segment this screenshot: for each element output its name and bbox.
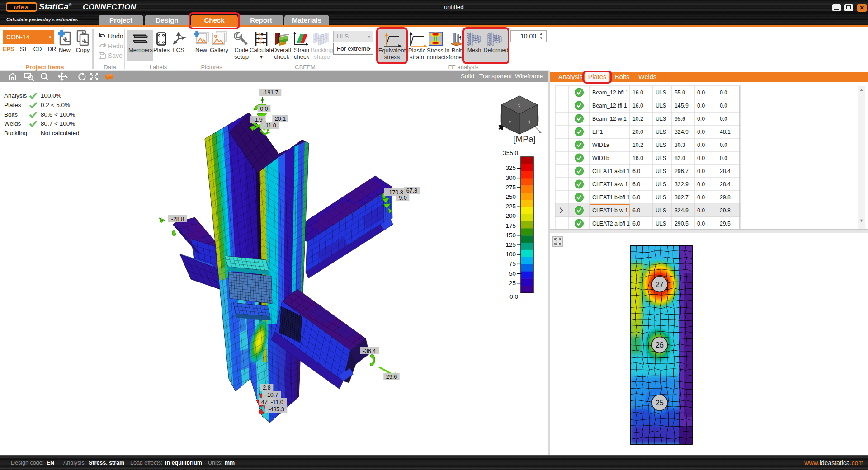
svg-text:0.0: 0.0 bbox=[697, 207, 705, 214]
svg-text:ULS: ULS bbox=[656, 129, 666, 135]
svg-text:175: 175 bbox=[505, 222, 516, 229]
svg-text:CLEAT2 a-bfl 1: CLEAT2 a-bfl 1 bbox=[592, 221, 630, 227]
svg-text:29.6: 29.6 bbox=[386, 374, 397, 380]
svg-text:0.0: 0.0 bbox=[720, 89, 727, 96]
svg-text:0.0: 0.0 bbox=[697, 221, 705, 227]
svg-text:28.4: 28.4 bbox=[720, 181, 731, 188]
svg-text:324.9: 324.9 bbox=[675, 207, 689, 214]
svg-text:16.0: 16.0 bbox=[632, 103, 643, 109]
svg-text:CLEAT1 b-bfl 1: CLEAT1 b-bfl 1 bbox=[592, 194, 630, 201]
svg-text:355.0: 355.0 bbox=[503, 150, 518, 156]
svg-text:ULS: ULS bbox=[656, 207, 666, 214]
svg-text:26: 26 bbox=[656, 341, 664, 349]
svg-text:0.0: 0.0 bbox=[697, 155, 705, 161]
svg-text:WID1b: WID1b bbox=[592, 155, 609, 161]
svg-text:300: 300 bbox=[505, 174, 516, 181]
svg-text:0.0: 0.0 bbox=[697, 129, 705, 135]
svg-text:-11.0: -11.0 bbox=[264, 122, 276, 129]
svg-text:95.6: 95.6 bbox=[675, 116, 685, 122]
svg-text:Beam_12-tfl 1: Beam_12-tfl 1 bbox=[592, 103, 627, 109]
svg-text:275: 275 bbox=[505, 184, 516, 191]
svg-text:296.7: 296.7 bbox=[675, 168, 689, 174]
svg-text:250: 250 bbox=[505, 193, 516, 200]
svg-text:0.0: 0.0 bbox=[697, 142, 705, 148]
svg-text:29.5: 29.5 bbox=[720, 221, 731, 227]
svg-text:0.0: 0.0 bbox=[697, 89, 705, 96]
svg-text:0.0: 0.0 bbox=[697, 181, 705, 188]
svg-text:325: 325 bbox=[505, 164, 516, 171]
svg-text:322.9: 322.9 bbox=[675, 181, 689, 188]
svg-text:150: 150 bbox=[505, 232, 516, 239]
svg-text:0.0: 0.0 bbox=[720, 155, 727, 161]
svg-text:100: 100 bbox=[505, 251, 516, 258]
svg-text:ULS: ULS bbox=[656, 103, 666, 109]
svg-text:29.8: 29.8 bbox=[720, 194, 731, 201]
svg-text:302.7: 302.7 bbox=[675, 194, 689, 201]
svg-text:25: 25 bbox=[656, 399, 664, 407]
svg-text:82.0: 82.0 bbox=[675, 155, 685, 161]
svg-text:145.9: 145.9 bbox=[675, 103, 689, 109]
svg-text:67.8: 67.8 bbox=[406, 188, 417, 194]
svg-text:-28.8: -28.8 bbox=[171, 216, 184, 222]
svg-text:-11.0: -11.0 bbox=[271, 399, 283, 405]
svg-text:20.0: 20.0 bbox=[632, 129, 643, 135]
svg-text:-36.4: -36.4 bbox=[363, 348, 376, 354]
svg-text:6.0: 6.0 bbox=[632, 194, 640, 201]
svg-text:0.0: 0.0 bbox=[720, 142, 727, 148]
svg-text:CLEAT1 a-w 1: CLEAT1 a-w 1 bbox=[592, 181, 628, 188]
svg-text:29.8: 29.8 bbox=[720, 207, 731, 214]
svg-text:48.1: 48.1 bbox=[720, 129, 731, 135]
svg-text:0.0: 0.0 bbox=[697, 103, 705, 109]
svg-text:225: 225 bbox=[505, 203, 516, 210]
svg-text:ULS: ULS bbox=[656, 181, 666, 188]
svg-text:Beam_12-bfl 1: Beam_12-bfl 1 bbox=[592, 89, 628, 96]
svg-text:-191.7: -191.7 bbox=[262, 89, 278, 96]
svg-text:CLEAT1 b-w 1: CLEAT1 b-w 1 bbox=[592, 207, 628, 214]
svg-text:CLEAT1 a-bfl 1: CLEAT1 a-bfl 1 bbox=[592, 168, 630, 174]
svg-text:ULS: ULS bbox=[656, 155, 666, 161]
svg-text:-10.7: -10.7 bbox=[265, 392, 278, 398]
svg-text:2.8: 2.8 bbox=[263, 385, 270, 391]
svg-text:ULS: ULS bbox=[656, 194, 666, 201]
svg-text:0.0: 0.0 bbox=[697, 168, 705, 174]
svg-text:-435.3: -435.3 bbox=[268, 406, 284, 413]
svg-text:ULS: ULS bbox=[656, 89, 666, 96]
svg-text:200: 200 bbox=[505, 212, 516, 219]
svg-text:ULS: ULS bbox=[656, 142, 666, 148]
svg-text:55.0: 55.0 bbox=[675, 89, 685, 96]
svg-text:0.0: 0.0 bbox=[697, 116, 705, 122]
svg-text:290.5: 290.5 bbox=[675, 221, 689, 227]
svg-text:ULS: ULS bbox=[656, 116, 666, 122]
svg-text:EP1: EP1 bbox=[592, 129, 603, 135]
svg-text:28.4: 28.4 bbox=[720, 168, 731, 174]
svg-text:10.2: 10.2 bbox=[632, 116, 643, 122]
svg-text:Beam_12-w 1: Beam_12-w 1 bbox=[592, 116, 627, 122]
svg-text:25: 25 bbox=[509, 280, 516, 287]
svg-text:0.0: 0.0 bbox=[260, 106, 268, 112]
svg-text:30.3: 30.3 bbox=[675, 142, 685, 148]
svg-text:75: 75 bbox=[509, 260, 516, 267]
svg-text:0.0: 0.0 bbox=[509, 293, 518, 300]
svg-text:9.0: 9.0 bbox=[399, 195, 406, 201]
svg-text:16.0: 16.0 bbox=[632, 155, 643, 161]
svg-text:6.0: 6.0 bbox=[632, 168, 640, 174]
svg-text:10.2: 10.2 bbox=[632, 142, 643, 148]
svg-text:[MPa]: [MPa] bbox=[513, 134, 536, 144]
svg-text:0.0: 0.0 bbox=[697, 194, 705, 201]
svg-text:20.1: 20.1 bbox=[275, 116, 286, 122]
svg-text:0.0: 0.0 bbox=[720, 116, 727, 122]
svg-text:6.0: 6.0 bbox=[632, 221, 640, 227]
svg-text:16.0: 16.0 bbox=[632, 89, 643, 96]
svg-text:ULS: ULS bbox=[656, 221, 666, 227]
svg-text:6.0: 6.0 bbox=[632, 207, 640, 214]
svg-text:27: 27 bbox=[656, 281, 664, 288]
svg-text:ULS: ULS bbox=[656, 168, 666, 174]
svg-text:125: 125 bbox=[505, 241, 516, 248]
svg-text:50: 50 bbox=[509, 270, 516, 277]
svg-text:WID1a: WID1a bbox=[592, 142, 609, 148]
svg-text:0.0: 0.0 bbox=[720, 103, 727, 109]
svg-text:6.0: 6.0 bbox=[632, 181, 640, 188]
svg-text:324.9: 324.9 bbox=[675, 129, 689, 135]
